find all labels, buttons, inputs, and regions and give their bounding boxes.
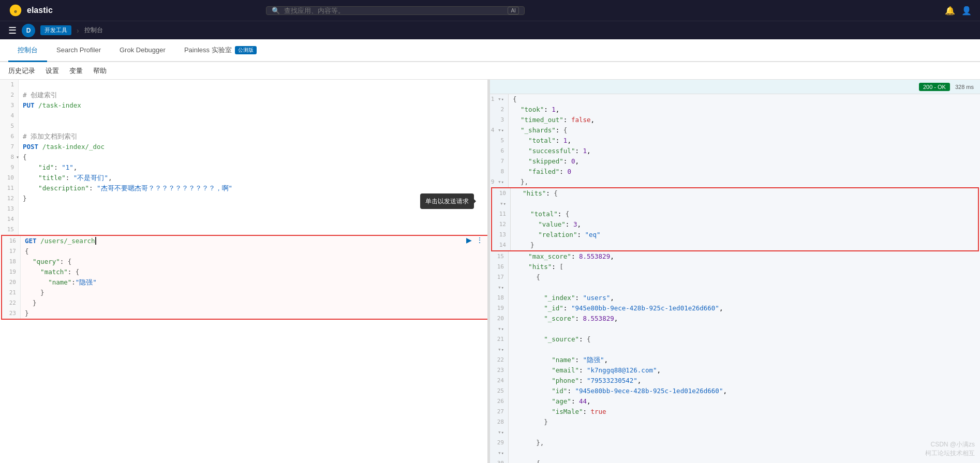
editor-line-20: 20 "name":"隐强" xyxy=(2,277,487,288)
breadcrumb-current[interactable]: 控制台 xyxy=(84,26,103,35)
line-actions: ▶ ⋮ xyxy=(465,236,487,244)
json-line-num-17[interactable]: 17 ▾ xyxy=(490,272,509,293)
json-line-18: 18 "_index": "users", xyxy=(490,293,980,303)
panel-resize-handle[interactable] xyxy=(487,80,489,463)
top-navigation-bar: e elastic 🔍 AI 🔔 👤 xyxy=(0,0,980,21)
editor-line-12: 12 } xyxy=(0,193,489,204)
json-line-num-18: 18 xyxy=(490,293,509,303)
json-line-29: 29 ▾ }, xyxy=(490,438,980,458)
notifications-icon[interactable]: 🔔 xyxy=(945,6,955,16)
json-line-num-30[interactable]: 30 ▾ xyxy=(490,458,509,463)
editor-line-14: 14 xyxy=(0,214,489,225)
json-line-content-15: "max_score": 8.553829, xyxy=(509,251,980,262)
global-search-bar[interactable]: 🔍 AI xyxy=(266,6,525,15)
more-options-button[interactable]: ⋮ xyxy=(475,236,484,244)
tab-grok-debugger[interactable]: Grok Debugger xyxy=(110,39,175,62)
json-output[interactable]: 1 ▾ { 2 "took": 1, 3 "timed_out": false,… xyxy=(490,94,980,463)
json-line-num-24: 24 xyxy=(490,376,509,386)
line-num-19: 19 xyxy=(2,267,21,277)
json-line-num-9[interactable]: 9 ▾ xyxy=(490,177,509,187)
json-line-num-22: 22 xyxy=(490,355,509,365)
submenu-settings[interactable]: 设置 xyxy=(46,66,59,76)
json-line-num-28[interactable]: 28 ▾ xyxy=(490,417,509,438)
editor-line-11: 11 "description": "杰哥不要嗯杰哥？？？？？？？？？？，啊" xyxy=(0,183,489,193)
json-line-content-5: "total": 1, xyxy=(509,136,980,146)
elastic-logo-icon: e xyxy=(8,3,23,18)
line-num-9: 9 xyxy=(0,162,19,173)
user-icon[interactable]: 👤 xyxy=(961,6,972,16)
painless-lab-badge: 公测版 xyxy=(235,46,257,54)
json-line-content-16: "hits": [ xyxy=(509,262,980,272)
json-line-content-7: "skipped": 0, xyxy=(509,156,980,167)
elastic-text: elastic xyxy=(27,6,53,15)
json-line-content-28: } xyxy=(509,417,980,427)
json-line-5: 5 "total": 1, xyxy=(490,136,980,146)
line-num-8[interactable]: 8 xyxy=(0,152,19,162)
response-status-badge: 200 - OK xyxy=(919,83,950,91)
line-content-21: } xyxy=(21,288,487,298)
code-editor[interactable]: 1 2 # 创建索引 3 PUT /task-index 4 5 xyxy=(0,80,489,463)
json-line-num-4[interactable]: 4 ▾ xyxy=(490,125,509,136)
tab-painless-lab[interactable]: Painless 实验室 公测版 xyxy=(175,39,266,62)
search-icon: 🔍 xyxy=(272,7,280,14)
json-line-14: 14 } xyxy=(492,240,978,250)
json-line-2: 2 "took": 1, xyxy=(490,104,980,115)
json-line-num-27: 27 xyxy=(490,407,509,417)
json-line-10: 10 ▾ "hits": { xyxy=(492,188,978,209)
submenu-help[interactable]: 帮助 xyxy=(93,66,107,76)
json-line-15: 15 "max_score": 8.553829, xyxy=(490,251,980,262)
main-content: 1 2 # 创建索引 3 PUT /task-index 4 5 xyxy=(0,80,980,463)
json-line-content-4: "_shards": { xyxy=(509,125,980,136)
editor-line-4: 4 xyxy=(0,111,489,121)
line-num-1: 1 xyxy=(0,80,19,90)
json-line-content-21: "_source": { xyxy=(509,334,980,345)
response-time-badge: 328 ms xyxy=(955,84,974,90)
elastic-logo[interactable]: e elastic xyxy=(8,3,53,18)
sub-menu-bar: 历史记录 设置 变量 帮助 xyxy=(0,62,980,80)
line-num-16: 16 xyxy=(2,236,21,246)
json-line-3: 3 "timed_out": false, xyxy=(490,115,980,125)
json-line-content-11: "total": { xyxy=(511,209,978,219)
json-line-num-1[interactable]: 1 ▾ xyxy=(490,94,509,104)
line-num-20: 20 xyxy=(2,277,21,288)
json-line-num-7: 7 xyxy=(490,156,509,167)
json-line-12: 12 "value": 3, xyxy=(492,219,978,230)
json-line-num-8: 8 xyxy=(490,167,509,177)
json-line-content-18: "_index": "users", xyxy=(509,293,980,303)
json-line-26: 26 "age": 44, xyxy=(490,396,980,407)
json-line-num-15: 15 xyxy=(490,251,509,262)
submenu-history[interactable]: 历史记录 xyxy=(8,66,35,76)
tab-search-profiler[interactable]: Search Profiler xyxy=(47,39,110,62)
json-line-4: 4 ▾ "_shards": { xyxy=(490,125,980,136)
json-line-content-14: } xyxy=(511,240,978,250)
line-content-3: PUT /task-index xyxy=(19,100,489,111)
json-line-content-22: "name": "隐强", xyxy=(509,355,980,365)
json-line-num-11: 11 xyxy=(492,209,511,219)
tab-painless-lab-label: Painless 实验室 xyxy=(184,46,232,55)
run-button[interactable]: ▶ xyxy=(465,236,473,244)
json-line-content-3: "timed_out": false, xyxy=(509,115,980,125)
editor-line-5: 5 xyxy=(0,121,489,131)
submenu-variables[interactable]: 变量 xyxy=(69,66,83,76)
json-line-num-19: 19 xyxy=(490,303,509,313)
breadcrumb-root[interactable]: 开发工具 xyxy=(40,25,71,35)
json-line-num-10[interactable]: 10 ▾ xyxy=(492,188,511,209)
line-content-17: { xyxy=(21,246,487,257)
global-search-input[interactable] xyxy=(284,7,504,14)
line-num-23: 23 xyxy=(2,308,21,319)
tab-console[interactable]: 控制台 xyxy=(8,39,47,62)
json-line-content-6: "successful": 1, xyxy=(509,146,980,156)
json-line-num-21[interactable]: 21 ▾ xyxy=(490,334,509,355)
editor-line-2: 2 # 创建索引 xyxy=(0,90,489,100)
json-line-30: 30 ▾ { xyxy=(490,458,980,463)
line-content-19: "match": { xyxy=(21,267,487,277)
avatar-button[interactable]: D xyxy=(22,24,35,37)
json-line-content-13: "relation": "eq" xyxy=(511,230,978,240)
json-line-27: 27 "isMale": true xyxy=(490,407,980,417)
json-line-16: 16 "hits": [ xyxy=(490,262,980,272)
json-line-num-29[interactable]: 29 ▾ xyxy=(490,438,509,458)
hamburger-menu-button[interactable]: ☰ xyxy=(8,25,17,36)
editor-panel: 1 2 # 创建索引 3 PUT /task-index 4 5 xyxy=(0,80,490,463)
json-line-content-10: "hits": { xyxy=(511,188,978,199)
json-line-num-20[interactable]: 20 ▾ xyxy=(490,313,509,334)
